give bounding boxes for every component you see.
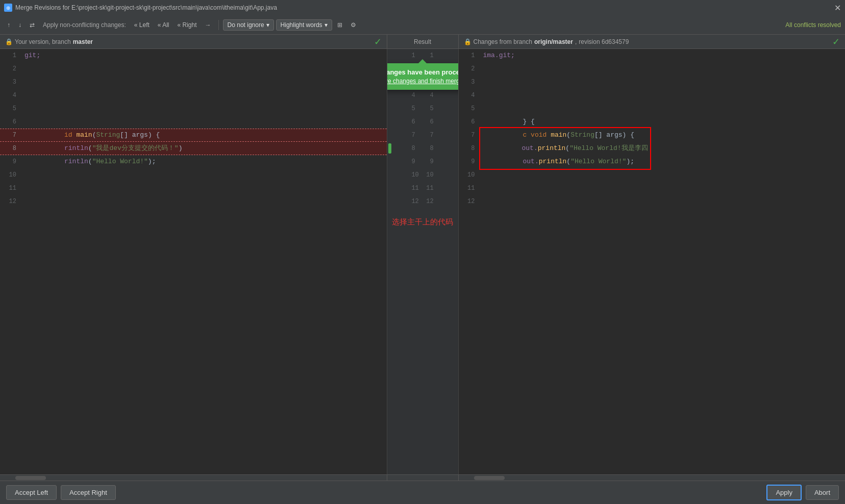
right-checkmark: ✓ xyxy=(832,36,840,47)
center-line-6: 6 6 xyxy=(387,115,458,129)
code-panels: 1 git; 2 3 4 5 6 xyxy=(0,49,845,474)
right-line-2: 2 xyxy=(459,62,846,75)
highlight-words-label: Highlight words xyxy=(281,21,322,29)
left-branch-label: Your version, branch xyxy=(15,38,71,45)
tooltip-line1: All changes have been processed. xyxy=(387,68,459,76)
center-code-panel: All changes have been processed. Save ch… xyxy=(387,49,459,474)
sync-icon-button[interactable]: ⇄ xyxy=(27,20,38,30)
center-line-7: 7 7 xyxy=(387,129,458,142)
center-line-8: 8 8 xyxy=(387,142,458,155)
apply-all-button[interactable]: « All xyxy=(155,20,172,30)
tooltip-popup[interactable]: All changes have been processed. Save ch… xyxy=(387,63,459,90)
center-line-10: 10 10 xyxy=(387,168,458,182)
left-scrollbar-thumb[interactable] xyxy=(15,476,46,480)
left-branch-name: master xyxy=(73,38,93,45)
right-line-4: 4 xyxy=(459,89,846,102)
dropdown-arrow-icon2: ▾ xyxy=(325,21,328,29)
separator-1 xyxy=(218,20,219,30)
right-code-panel[interactable]: 1 ima.git; 2 3 4 5 6 } { xyxy=(459,49,846,474)
center-line-12: 12 12 xyxy=(387,195,458,208)
apply-left-button[interactable]: « Left xyxy=(131,20,153,30)
center-line-11: 11 11 xyxy=(387,182,458,195)
apply-non-conflicting-label: Apply non-conflicting changes: xyxy=(40,20,129,30)
right-line-11: 11 xyxy=(459,182,846,195)
left-line-1: 1 git; xyxy=(0,49,387,62)
left-line-9: 9 rintln("Hello World!"); xyxy=(0,155,387,168)
tooltip-save-link[interactable]: Save changes and finish merging xyxy=(387,78,459,85)
right-line-3: 3 xyxy=(459,75,846,89)
center-line-9: 9 9 xyxy=(387,155,458,168)
toolbar: ↑ ↓ ⇄ Apply non-conflicting changes: « L… xyxy=(0,15,845,35)
columns-button[interactable]: ⊞ xyxy=(334,20,345,30)
accept-right-button[interactable]: Accept Right xyxy=(61,485,116,500)
right-scrollbar-track[interactable] xyxy=(459,475,846,481)
left-checkmark: ✓ xyxy=(374,36,382,47)
accept-left-button[interactable]: Accept Left xyxy=(6,485,57,500)
do-not-ignore-dropdown[interactable]: Do not ignore ▾ xyxy=(223,19,274,31)
left-line-2: 2 xyxy=(0,62,387,75)
sync-icon: ⇄ xyxy=(30,21,35,29)
up-arrow-button[interactable]: ↑ xyxy=(4,20,13,30)
right-branch-name: origin/master xyxy=(534,38,573,45)
right-scrollbar-thumb-h[interactable] xyxy=(474,476,505,480)
right-line-1: 1 ima.git; xyxy=(459,49,846,62)
app-icon: ⊕ xyxy=(4,4,12,12)
bottom-bar: Accept Left Accept Right Apply Abort xyxy=(0,481,845,504)
title-text: Merge Revisions for E:\project-sk\git-pr… xyxy=(15,4,277,11)
settings-button[interactable]: ⚙ xyxy=(347,20,359,30)
right-lock-icon: 🔒 xyxy=(464,38,471,45)
center-overlay-text: 选择主干上的代码 xyxy=(387,217,458,227)
highlight-words-dropdown[interactable]: Highlight words ▾ xyxy=(276,19,332,31)
apply-button[interactable]: Apply xyxy=(766,485,802,500)
right-code-area[interactable]: 1 ima.git; 2 3 4 5 6 } { xyxy=(459,49,846,474)
dropdown-arrow-icon: ▾ xyxy=(266,21,269,29)
right-branch-label: Changes from branch xyxy=(474,38,532,45)
right-line-8: 8 out.println("Hello World!我是李四 xyxy=(459,142,846,155)
right-arrow-button[interactable]: → xyxy=(202,20,214,30)
center-panel-header: Result xyxy=(387,35,459,48)
center-line-5: 5 5 xyxy=(387,102,458,115)
left-lock-icon: 🔒 xyxy=(5,38,13,45)
right-revision: revision 6d634579 xyxy=(579,38,629,45)
left-code-panel[interactable]: 1 git; 2 3 4 5 6 xyxy=(0,49,387,474)
change-indicator xyxy=(388,143,391,154)
abort-button[interactable]: Abort xyxy=(806,485,839,500)
down-arrow-icon: ↓ xyxy=(18,21,21,29)
left-line-5: 5 xyxy=(0,102,387,115)
all-conflicts-resolved: All conflicts resolved xyxy=(785,21,841,29)
down-arrow-button[interactable]: ↓ xyxy=(15,20,24,30)
close-button[interactable]: ✕ xyxy=(834,3,841,13)
title-bar: ⊕ Merge Revisions for E:\project-sk\git-… xyxy=(0,0,845,15)
left-scrollbar[interactable] xyxy=(0,475,387,481)
left-code-area[interactable]: 1 git; 2 3 4 5 6 xyxy=(0,49,387,474)
apply-right-button[interactable]: « Right xyxy=(175,20,200,30)
do-not-ignore-label: Do not ignore xyxy=(228,21,264,29)
panel-headers: 🔒 Your version, branch master ✓ Result 🔒… xyxy=(0,35,845,49)
up-arrow-icon: ↑ xyxy=(7,21,10,29)
columns-icon: ⊞ xyxy=(337,21,342,29)
left-line-11: 11 xyxy=(0,182,387,195)
right-line-12: 12 xyxy=(459,195,846,208)
left-line-4: 4 xyxy=(0,89,387,102)
left-panel-header: 🔒 Your version, branch master ✓ xyxy=(0,35,387,48)
center-scrollbar xyxy=(387,475,459,481)
gear-icon: ⚙ xyxy=(351,21,356,29)
right-panel-header: 🔒 Changes from branch origin/master, rev… xyxy=(459,35,846,48)
center-label: Result xyxy=(414,38,431,45)
scrollbar-area xyxy=(0,474,845,481)
left-line-12: 12 xyxy=(0,195,387,208)
left-line-3: 3 xyxy=(0,75,387,89)
center-line-4: 4 4 xyxy=(387,89,458,102)
